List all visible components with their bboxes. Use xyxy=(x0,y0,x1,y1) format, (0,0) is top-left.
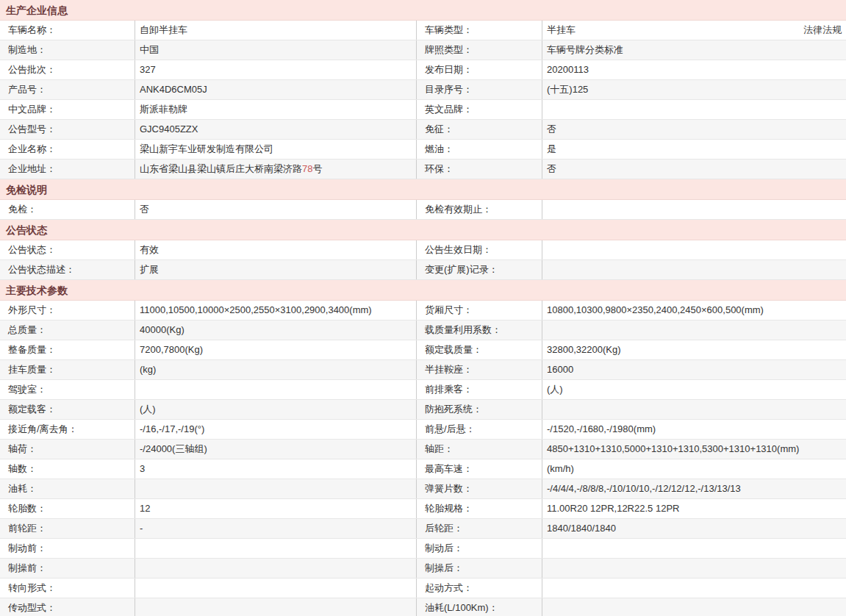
value-cell: 327 xyxy=(135,60,417,79)
section-header: 主要技术参数 xyxy=(0,280,846,301)
legal-link[interactable]: 法律法规 xyxy=(803,21,846,40)
label-cell: 免征： xyxy=(417,120,542,139)
value-cell: 12 xyxy=(135,499,417,518)
label-cell: 公告状态： xyxy=(0,240,135,259)
value-cell: 7200,7800(Kg) xyxy=(135,340,417,359)
table-row: 产品号：ANK4D6CM05J目录序号：(十五)125 xyxy=(0,80,846,100)
label-cell: 燃油： xyxy=(417,140,542,159)
table-row: 总质量：40000(Kg)载质量利用系数： xyxy=(0,320,846,340)
label-cell: 中文品牌： xyxy=(0,100,135,119)
value-cell: - xyxy=(135,519,417,538)
value-cell: 斯派菲勒牌 xyxy=(135,100,417,119)
table-row: 驾驶室：前排乘客：(人) xyxy=(0,380,846,400)
label-cell: 制动前： xyxy=(0,539,135,558)
label-cell: 牌照类型： xyxy=(417,40,542,60)
value-cell xyxy=(135,579,417,598)
label-cell: 公告批次： xyxy=(0,60,135,79)
label-cell: 防抱死系统： xyxy=(417,400,542,419)
label-cell: 轮胎规格： xyxy=(417,499,542,518)
label-cell: 驾驶室： xyxy=(0,380,135,399)
label-cell: 后轮距： xyxy=(417,519,542,538)
value-cell xyxy=(542,320,846,340)
value-cell xyxy=(542,100,846,119)
value-cell: 3 xyxy=(135,459,417,479)
label-cell: 制动后： xyxy=(417,539,542,558)
label-cell: 免检有效期止： xyxy=(417,200,542,219)
label-cell: 弹簧片数： xyxy=(417,479,542,498)
value-cell: (km/h) xyxy=(542,459,846,479)
label-cell: 额定载客： xyxy=(0,400,135,419)
label-cell: 前轮距： xyxy=(0,519,135,538)
label-cell: 接近角/离去角： xyxy=(0,420,135,439)
label-cell: 车辆名称： xyxy=(0,21,135,40)
label-cell: 制操后： xyxy=(417,559,542,578)
label-cell: 传动型式： xyxy=(0,598,135,616)
highlighted-text: 78 xyxy=(302,160,312,179)
table-row: 挂车质量：(kg)半挂鞍座：16000 xyxy=(0,360,846,380)
value-cell: (人) xyxy=(542,380,846,399)
table-row: 车辆名称：自卸半挂车车辆类型：半挂车法律法规 xyxy=(0,21,846,40)
vehicle-info-table: 生产企业信息车辆名称：自卸半挂车车辆类型：半挂车法律法规制造地：中国牌照类型：车… xyxy=(0,0,846,616)
value-cell: 20200113 xyxy=(542,60,846,79)
label-cell: 总质量： xyxy=(0,320,135,340)
value-cell: 是 xyxy=(542,140,846,159)
value-cell xyxy=(135,598,417,616)
table-row: 额定载客：(人)防抱死系统： xyxy=(0,400,846,420)
table-row: 公告状态描述：扩展变更(扩展)记录： xyxy=(0,260,846,280)
label-cell: 制造地： xyxy=(0,40,135,60)
value-cell: ANK4D6CM05J xyxy=(135,80,417,99)
value-cell xyxy=(542,260,846,279)
label-cell: 前排乘客： xyxy=(417,380,542,399)
table-row: 整备质量：7200,7800(Kg)额定载质量：32800,32200(Kg) xyxy=(0,340,846,360)
value-cell: 1840/1840/1840 xyxy=(542,519,846,538)
table-row: 轴荷：-/24000(三轴组)轴距：4850+1310+1310,5000+13… xyxy=(0,440,846,459)
table-row: 公告状态：有效公告生效日期： xyxy=(0,240,846,260)
label-cell: 轮胎数： xyxy=(0,499,135,518)
table-row: 外形尺寸：11000,10500,10000×2500,2550×3100,29… xyxy=(0,301,846,320)
label-cell: 前悬/后悬： xyxy=(417,420,542,439)
label-cell: 公告状态描述： xyxy=(0,260,135,279)
table-row: 接近角/离去角：-/16,-/17,-/19(°)前悬/后悬：-/1520,-/… xyxy=(0,420,846,440)
value-cell xyxy=(542,200,846,219)
table-row: 公告批次：327发布日期：20200113 xyxy=(0,60,846,80)
label-cell: 起动方式： xyxy=(417,579,542,598)
value-cell: 40000(Kg) xyxy=(135,320,417,340)
value-cell: 梁山新宇车业研发制造有限公司 xyxy=(135,140,417,159)
value-cell xyxy=(542,400,846,419)
section-header: 公告状态 xyxy=(0,220,846,240)
label-cell: 半挂鞍座： xyxy=(417,360,542,379)
value-cell: 中国 xyxy=(135,40,417,60)
label-cell: 转向形式： xyxy=(0,579,135,598)
value-cell: -/4/4/4,-/8/8/8,-/10/10/10,-/12/12/12,-/… xyxy=(542,479,846,498)
label-cell: 轴距： xyxy=(417,440,542,459)
table-row: 企业地址：山东省梁山县梁山镇后庄大桥南梁济路78号环保：否 xyxy=(0,160,846,179)
value-cell xyxy=(542,579,846,598)
section-header: 免检说明 xyxy=(0,179,846,200)
label-cell: 企业名称： xyxy=(0,140,135,159)
value-cell: (人) xyxy=(135,400,417,419)
label-cell: 制操前： xyxy=(0,559,135,578)
label-cell: 外形尺寸： xyxy=(0,301,135,320)
value-cell: 11000,10500,10000×2500,2550×3100,2900,34… xyxy=(135,301,417,320)
label-cell: 公告生效日期： xyxy=(417,240,542,259)
table-row: 制操前：制操后： xyxy=(0,559,846,579)
label-cell: 轴荷： xyxy=(0,440,135,459)
value-cell: 有效 xyxy=(135,240,417,259)
label-cell: 载质量利用系数： xyxy=(417,320,542,340)
value-cell xyxy=(542,598,846,616)
value-cell: -/24000(三轴组) xyxy=(135,440,417,459)
table-row: 制造地：中国牌照类型：车辆号牌分类标准 xyxy=(0,40,846,60)
label-cell: 最高车速： xyxy=(417,459,542,479)
value-cell: -/1520,-/1680,-/1980(mm) xyxy=(542,420,846,439)
value-cell: 半挂车法律法规 xyxy=(542,21,846,40)
label-cell: 变更(扩展)记录： xyxy=(417,260,542,279)
value-cell xyxy=(542,240,846,259)
value-cell xyxy=(135,539,417,558)
value-cell: 16000 xyxy=(542,360,846,379)
table-row: 轮胎数：12轮胎规格：11.00R20 12PR,12R22.5 12PR xyxy=(0,499,846,519)
value-cell: (kg) xyxy=(135,360,417,379)
value-cell: -/16,-/17,-/19(°) xyxy=(135,420,417,439)
table-row: 公告型号：GJC9405ZZX免征：否 xyxy=(0,120,846,140)
table-row: 转向形式：起动方式： xyxy=(0,579,846,598)
value-cell: 否 xyxy=(542,160,846,179)
